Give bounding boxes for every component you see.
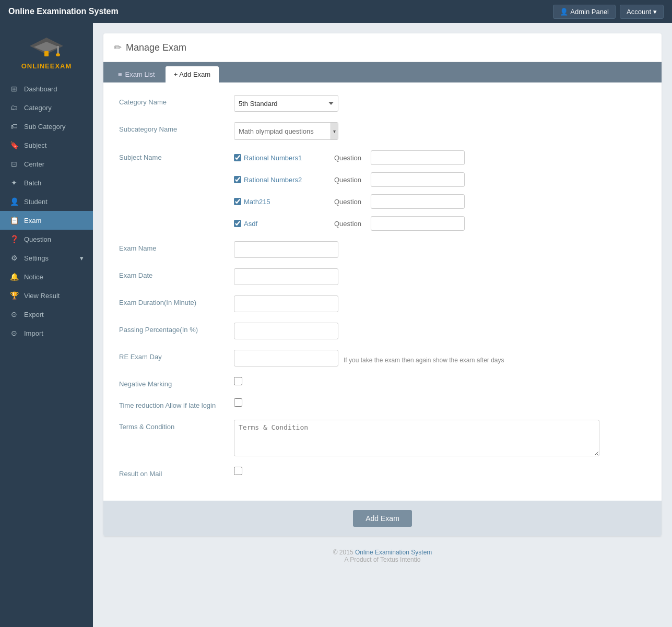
layout: ONLINEEXAM ⊞ Dashboard 🗂 Category 🏷 Sub … — [0, 23, 672, 627]
sidebar-label-question: Question — [24, 235, 51, 243]
tab-exam-list[interactable]: ≡ Exam List — [110, 66, 163, 82]
navbar-actions: 👤 Admin Panel Account — [553, 5, 664, 19]
question-label-4: Question — [334, 220, 361, 228]
exam-name-input[interactable] — [234, 241, 338, 258]
settings-arrow-icon: ▾ — [80, 254, 84, 262]
sidebar: ONLINEEXAM ⊞ Dashboard 🗂 Category 🏷 Sub … — [0, 23, 93, 627]
sidebar-item-export[interactable]: ⊙ Export — [0, 305, 93, 324]
viewresult-icon: 🏆 — [9, 291, 19, 300]
subject-checkbox-4[interactable] — [234, 220, 241, 227]
subcategory-select-wrapper: ▾ — [234, 122, 338, 140]
edit-icon: ✏ — [114, 42, 122, 53]
navbar: Online Examination System 👤 Admin Panel … — [0, 0, 672, 23]
svg-rect-4 — [44, 51, 49, 56]
sidebar-label-subject: Subject — [24, 141, 46, 149]
exam-name-group: Exam Name — [119, 241, 646, 258]
sidebar-item-subject[interactable]: 🔖 Subject — [0, 136, 93, 155]
subject-label-2[interactable]: Rational Numbers2 — [234, 176, 328, 184]
negative-marking-group: Negative Marking — [119, 377, 646, 388]
footer-copyright: © 2015 Online Examination System — [116, 549, 649, 556]
result-on-mail-checkbox-wrapper — [234, 467, 242, 475]
svg-rect-2 — [57, 46, 59, 54]
sidebar-label-subcategory: Sub Category — [24, 123, 66, 131]
sidebar-label-export: Export — [24, 311, 44, 318]
center-icon: ⊡ — [9, 160, 19, 168]
time-reduction-checkbox-wrapper — [234, 398, 242, 407]
question-input-4[interactable] — [371, 216, 465, 231]
re-exam-hint: If you take the exam then again show the… — [344, 353, 504, 364]
sidebar-item-subcategory[interactable]: 🏷 Sub Category — [0, 117, 93, 136]
list-icon: ≡ — [118, 70, 122, 78]
sidebar-label-dashboard: Dashboard — [24, 85, 57, 93]
subject-icon: 🔖 — [9, 141, 19, 149]
sidebar-item-student[interactable]: 👤 Student — [0, 192, 93, 211]
sidebar-label-category: Category — [24, 104, 52, 112]
negative-marking-checkbox[interactable] — [234, 377, 242, 385]
logo-text: ONLINEEXAM — [5, 62, 88, 70]
subject-row-4: Asdf Question — [234, 216, 465, 231]
tab-bar: ≡ Exam List + Add Exam — [103, 62, 662, 82]
subject-name-group: Subject Name Rational Numbers1 Question — [119, 150, 646, 231]
terms-group: Terms & Condition — [119, 420, 646, 456]
subject-label-4[interactable]: Asdf — [234, 220, 328, 228]
question-input-1[interactable] — [371, 150, 465, 165]
exam-name-label: Exam Name — [119, 241, 234, 252]
time-reduction-label: Time reduction Allow if late login — [119, 398, 234, 409]
negative-marking-checkbox-wrapper — [234, 377, 242, 385]
question-label-1: Question — [334, 154, 361, 162]
question-label-2: Question — [334, 176, 361, 184]
subject-checkbox-3[interactable] — [234, 198, 241, 205]
sidebar-label-settings: Settings — [24, 254, 49, 262]
subject-name-1: Rational Numbers1 — [244, 154, 302, 162]
exam-date-group: Exam Date — [119, 268, 646, 285]
exam-duration-input[interactable] — [234, 295, 338, 312]
sidebar-item-import[interactable]: ⊙ Import — [0, 324, 93, 342]
sidebar-item-dashboard[interactable]: ⊞ Dashboard — [0, 79, 93, 98]
result-on-mail-label: Result on Mail — [119, 467, 234, 478]
terms-textarea[interactable] — [234, 420, 599, 456]
sidebar-label-center: Center — [24, 160, 44, 168]
import-icon: ⊙ — [9, 329, 19, 337]
result-on-mail-group: Result on Mail — [119, 467, 646, 478]
sidebar-item-exam[interactable]: 📋 Exam — [0, 211, 93, 230]
sidebar-label-import: Import — [24, 329, 43, 337]
student-icon: 👤 — [9, 197, 19, 206]
subject-name-2: Rational Numbers2 — [244, 176, 302, 184]
question-input-3[interactable] — [371, 194, 465, 209]
subject-checkbox-2[interactable] — [234, 176, 241, 183]
question-input-2[interactable] — [371, 172, 465, 187]
subject-checkbox-1[interactable] — [234, 154, 241, 161]
subcategory-dropdown-arrow[interactable]: ▾ — [331, 123, 338, 139]
subject-label-3[interactable]: Math215 — [234, 198, 328, 206]
sidebar-item-batch[interactable]: ✦ Batch — [0, 173, 93, 192]
subject-label-1[interactable]: Rational Numbers1 — [234, 154, 328, 162]
passing-percentage-input[interactable] — [234, 323, 338, 339]
person-icon: 👤 — [560, 8, 568, 16]
sidebar-item-viewresult[interactable]: 🏆 View Result — [0, 286, 93, 305]
category-name-select[interactable]: 5th Standard 6th Standard 7th Standard — [234, 95, 338, 112]
add-exam-button[interactable]: Add Exam — [353, 510, 412, 527]
footer-link[interactable]: Online Examination System — [355, 549, 432, 556]
subject-row-2: Rational Numbers2 Question — [234, 172, 465, 187]
account-button[interactable]: Account — [620, 5, 664, 19]
sidebar-item-category[interactable]: 🗂 Category — [0, 98, 93, 117]
sidebar-item-settings[interactable]: ⚙ Settings ▾ — [0, 249, 93, 267]
sidebar-label-exam: Exam — [24, 217, 41, 224]
subject-name-3: Math215 — [244, 198, 270, 206]
category-name-label: Category Name — [119, 95, 234, 106]
re-exam-day-input[interactable] — [234, 350, 338, 366]
form-footer: Add Exam — [103, 501, 662, 536]
sidebar-item-notice[interactable]: 🔔 Notice — [0, 267, 93, 286]
subcategory-name-input[interactable] — [234, 123, 331, 139]
exam-date-input[interactable] — [234, 268, 338, 285]
main-content: ✏ Manage Exam ≡ Exam List + Add Exam Cat… — [93, 23, 672, 627]
tab-add-exam[interactable]: + Add Exam — [166, 66, 219, 82]
sidebar-item-center[interactable]: ⊡ Center — [0, 155, 93, 173]
notice-icon: 🔔 — [9, 273, 19, 281]
question-icon: ❓ — [9, 235, 19, 243]
sidebar-item-question[interactable]: ❓ Question — [0, 230, 93, 249]
subjects-list: Rational Numbers1 Question Rational Numb… — [234, 150, 465, 231]
time-reduction-checkbox[interactable] — [234, 398, 242, 407]
admin-panel-button[interactable]: 👤 Admin Panel — [553, 5, 616, 19]
result-on-mail-checkbox[interactable] — [234, 467, 242, 475]
